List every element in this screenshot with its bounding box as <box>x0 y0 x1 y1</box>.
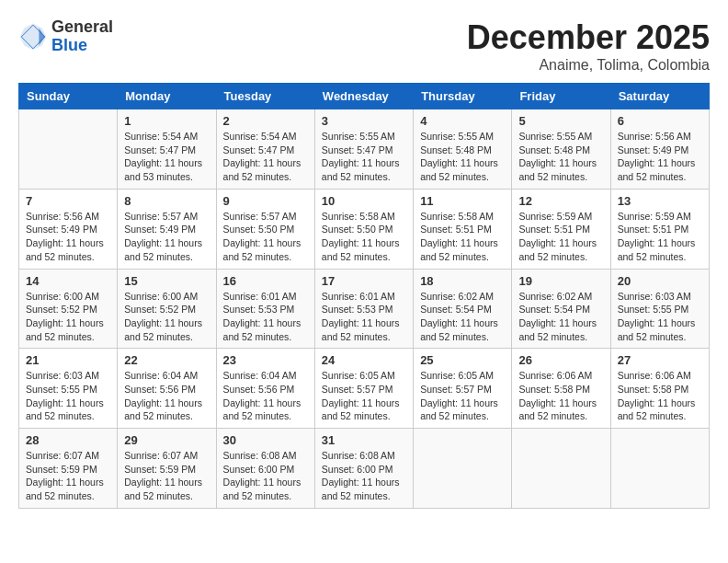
logo-text: General Blue <box>51 18 113 55</box>
header-thursday: Thursday <box>414 84 512 109</box>
day-info: Sunrise: 6:04 AM Sunset: 5:56 PM Dayligh… <box>124 369 209 423</box>
day-number: 25 <box>420 353 505 367</box>
calendar-cell <box>414 429 512 509</box>
calendar-cell: 12Sunrise: 5:59 AM Sunset: 5:51 PM Dayli… <box>512 189 610 269</box>
day-number: 11 <box>420 194 505 208</box>
calendar-cell: 18Sunrise: 6:02 AM Sunset: 5:54 PM Dayli… <box>414 269 512 349</box>
calendar-cell <box>610 429 709 509</box>
day-number: 4 <box>420 114 505 128</box>
calendar-cell: 13Sunrise: 5:59 AM Sunset: 5:51 PM Dayli… <box>610 189 709 269</box>
day-info: Sunrise: 6:03 AM Sunset: 5:55 PM Dayligh… <box>618 290 702 344</box>
day-number: 12 <box>518 194 603 208</box>
day-number: 2 <box>223 114 308 128</box>
header-saturday: Saturday <box>610 84 709 109</box>
calendar-cell: 27Sunrise: 6:06 AM Sunset: 5:58 PM Dayli… <box>610 349 709 429</box>
day-number: 21 <box>26 353 110 367</box>
day-info: Sunrise: 6:08 AM Sunset: 6:00 PM Dayligh… <box>223 449 308 503</box>
calendar-cell: 9Sunrise: 5:57 AM Sunset: 5:50 PM Daylig… <box>216 189 314 269</box>
calendar-cell: 31Sunrise: 6:08 AM Sunset: 6:00 PM Dayli… <box>314 429 413 509</box>
day-number: 20 <box>618 274 702 288</box>
header-wednesday: Wednesday <box>314 84 413 109</box>
day-number: 3 <box>322 114 406 128</box>
calendar-cell: 3Sunrise: 5:55 AM Sunset: 5:47 PM Daylig… <box>314 109 413 190</box>
day-number: 8 <box>124 194 209 208</box>
subtitle: Anaime, Tolima, Colombia <box>467 57 710 74</box>
day-number: 30 <box>223 433 308 447</box>
day-number: 28 <box>26 433 110 447</box>
day-number: 26 <box>518 353 603 367</box>
calendar-cell: 22Sunrise: 6:04 AM Sunset: 5:56 PM Dayli… <box>118 349 216 429</box>
day-info: Sunrise: 6:07 AM Sunset: 5:59 PM Dayligh… <box>124 449 209 503</box>
day-info: Sunrise: 5:57 AM Sunset: 5:49 PM Dayligh… <box>124 210 209 264</box>
day-info: Sunrise: 6:01 AM Sunset: 5:53 PM Dayligh… <box>322 290 406 344</box>
day-info: Sunrise: 6:02 AM Sunset: 5:54 PM Dayligh… <box>518 290 603 344</box>
day-number: 29 <box>124 433 209 447</box>
calendar-cell: 15Sunrise: 6:00 AM Sunset: 5:52 PM Dayli… <box>118 269 216 349</box>
calendar-header-row: SundayMondayTuesdayWednesdayThursdayFrid… <box>19 84 710 109</box>
day-number: 7 <box>26 194 110 208</box>
day-number: 23 <box>223 353 308 367</box>
header-sunday: Sunday <box>19 84 118 109</box>
title-block: December 2025 Anaime, Tolima, Colombia <box>467 18 710 74</box>
day-number: 6 <box>618 114 702 128</box>
calendar-cell: 14Sunrise: 6:00 AM Sunset: 5:52 PM Dayli… <box>19 269 118 349</box>
calendar-cell: 10Sunrise: 5:58 AM Sunset: 5:50 PM Dayli… <box>314 189 413 269</box>
calendar-cell: 19Sunrise: 6:02 AM Sunset: 5:54 PM Dayli… <box>512 269 610 349</box>
calendar-cell: 4Sunrise: 5:55 AM Sunset: 5:48 PM Daylig… <box>414 109 512 190</box>
week-row-4: 21Sunrise: 6:03 AM Sunset: 5:55 PM Dayli… <box>19 349 710 429</box>
calendar-cell: 29Sunrise: 6:07 AM Sunset: 5:59 PM Dayli… <box>118 429 216 509</box>
day-number: 17 <box>322 274 406 288</box>
day-info: Sunrise: 6:00 AM Sunset: 5:52 PM Dayligh… <box>26 290 110 344</box>
calendar-cell: 16Sunrise: 6:01 AM Sunset: 5:53 PM Dayli… <box>216 269 314 349</box>
day-info: Sunrise: 6:05 AM Sunset: 5:57 PM Dayligh… <box>420 369 505 423</box>
day-info: Sunrise: 6:08 AM Sunset: 6:00 PM Dayligh… <box>322 449 406 503</box>
day-number: 5 <box>518 114 603 128</box>
day-number: 1 <box>124 114 209 128</box>
calendar-cell: 21Sunrise: 6:03 AM Sunset: 5:55 PM Dayli… <box>19 349 118 429</box>
day-info: Sunrise: 6:01 AM Sunset: 5:53 PM Dayligh… <box>223 290 308 344</box>
day-info: Sunrise: 6:03 AM Sunset: 5:55 PM Dayligh… <box>26 369 110 423</box>
header-monday: Monday <box>118 84 216 109</box>
day-number: 13 <box>618 194 702 208</box>
calendar-cell: 30Sunrise: 6:08 AM Sunset: 6:00 PM Dayli… <box>216 429 314 509</box>
calendar-cell: 8Sunrise: 5:57 AM Sunset: 5:49 PM Daylig… <box>118 189 216 269</box>
day-number: 19 <box>518 274 603 288</box>
day-info: Sunrise: 6:02 AM Sunset: 5:54 PM Dayligh… <box>420 290 505 344</box>
day-number: 27 <box>618 353 702 367</box>
day-info: Sunrise: 6:00 AM Sunset: 5:52 PM Dayligh… <box>124 290 209 344</box>
day-info: Sunrise: 5:55 AM Sunset: 5:48 PM Dayligh… <box>420 130 505 184</box>
day-number: 10 <box>322 194 406 208</box>
header-friday: Friday <box>512 84 610 109</box>
day-number: 14 <box>26 274 110 288</box>
calendar-cell: 25Sunrise: 6:05 AM Sunset: 5:57 PM Dayli… <box>414 349 512 429</box>
day-info: Sunrise: 5:59 AM Sunset: 5:51 PM Dayligh… <box>518 210 603 264</box>
day-info: Sunrise: 6:07 AM Sunset: 5:59 PM Dayligh… <box>26 449 110 503</box>
header-tuesday: Tuesday <box>216 84 314 109</box>
day-info: Sunrise: 6:06 AM Sunset: 5:58 PM Dayligh… <box>618 369 702 423</box>
day-info: Sunrise: 6:05 AM Sunset: 5:57 PM Dayligh… <box>322 369 406 423</box>
calendar-cell: 20Sunrise: 6:03 AM Sunset: 5:55 PM Dayli… <box>610 269 709 349</box>
week-row-2: 7Sunrise: 5:56 AM Sunset: 5:49 PM Daylig… <box>19 189 710 269</box>
main-title: December 2025 <box>467 18 710 57</box>
day-info: Sunrise: 5:59 AM Sunset: 5:51 PM Dayligh… <box>618 210 702 264</box>
calendar-cell: 1Sunrise: 5:54 AM Sunset: 5:47 PM Daylig… <box>118 109 216 190</box>
day-info: Sunrise: 6:06 AM Sunset: 5:58 PM Dayligh… <box>518 369 603 423</box>
day-info: Sunrise: 5:56 AM Sunset: 5:49 PM Dayligh… <box>618 130 702 184</box>
calendar-cell: 26Sunrise: 6:06 AM Sunset: 5:58 PM Dayli… <box>512 349 610 429</box>
calendar-cell: 2Sunrise: 5:54 AM Sunset: 5:47 PM Daylig… <box>216 109 314 190</box>
logo-blue: Blue <box>51 37 113 55</box>
calendar-cell: 11Sunrise: 5:58 AM Sunset: 5:51 PM Dayli… <box>414 189 512 269</box>
day-number: 9 <box>223 194 308 208</box>
day-number: 24 <box>322 353 406 367</box>
day-info: Sunrise: 5:55 AM Sunset: 5:47 PM Dayligh… <box>322 130 406 184</box>
calendar-cell: 23Sunrise: 6:04 AM Sunset: 5:56 PM Dayli… <box>216 349 314 429</box>
day-info: Sunrise: 5:58 AM Sunset: 5:50 PM Dayligh… <box>322 210 406 264</box>
day-number: 22 <box>124 353 209 367</box>
day-info: Sunrise: 6:04 AM Sunset: 5:56 PM Dayligh… <box>223 369 308 423</box>
calendar-cell <box>19 109 118 190</box>
calendar-cell: 28Sunrise: 6:07 AM Sunset: 5:59 PM Dayli… <box>19 429 118 509</box>
calendar-table: SundayMondayTuesdayWednesdayThursdayFrid… <box>18 83 710 509</box>
day-number: 18 <box>420 274 505 288</box>
logo-icon <box>18 22 48 52</box>
day-number: 15 <box>124 274 209 288</box>
